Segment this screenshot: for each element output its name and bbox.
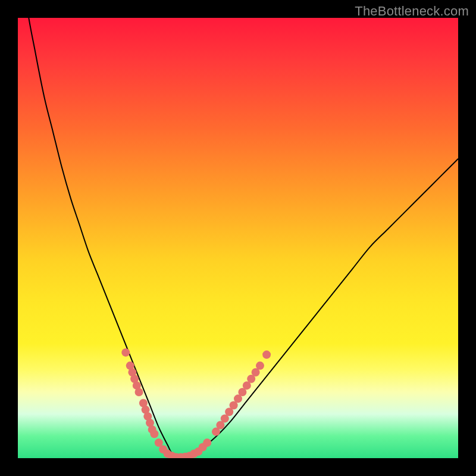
data-marker [135, 388, 143, 396]
data-marker [203, 439, 211, 447]
curve-group [18, 18, 458, 458]
data-marker [262, 350, 271, 359]
data-markers [121, 348, 271, 458]
watermark-text: TheBottleneck.com [355, 4, 469, 19]
bottleneck-curve [18, 18, 458, 458]
plot-area [18, 18, 458, 458]
chart-container: TheBottleneck.com [0, 0, 476, 476]
data-marker [256, 362, 264, 370]
data-marker [121, 348, 130, 356]
bottleneck-curve-svg [18, 18, 458, 458]
data-marker [150, 430, 158, 438]
